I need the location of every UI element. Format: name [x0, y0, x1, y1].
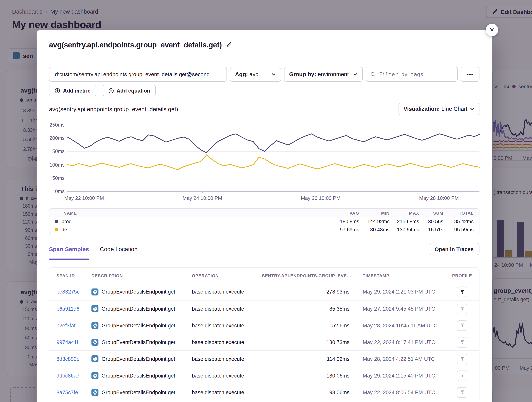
chevron-down-icon	[470, 106, 475, 111]
profile-button[interactable]	[457, 354, 467, 364]
agg-label: Agg:	[235, 71, 248, 77]
chevron-down-icon	[271, 72, 276, 77]
visualization-select[interactable]: Visualization: Line Chart	[399, 103, 480, 115]
y-tick-label: 0ms	[49, 188, 65, 194]
profile-button[interactable]	[457, 337, 467, 347]
tag-filter-field	[366, 67, 458, 82]
metric-input[interactable]	[49, 67, 227, 82]
aggregation-select[interactable]: Agg: avg	[230, 67, 281, 82]
stat-value: 185.42ms	[443, 218, 474, 224]
query-builder-row: Agg: avg Group by: environment	[49, 67, 480, 82]
span-id-link[interactable]: 8a75c7fe	[57, 389, 78, 395]
duration-cell: 130.73ms	[262, 339, 349, 345]
visualization-value: Line Chart	[441, 106, 467, 112]
edit-title-button[interactable]	[226, 42, 232, 48]
span-id-link[interactable]: b6a911d6	[57, 306, 79, 312]
table-row: 9974a41fGroupEventDetailsEndpoint.getbas…	[50, 334, 479, 350]
duration-cell: 85.35ms	[262, 306, 349, 312]
close-modal-button[interactable]: ✕	[486, 24, 498, 36]
summary-row[interactable]: prod180.8ms144.92ms215.68ms30.56s185.42m…	[50, 217, 479, 225]
description-text: GroupEventDetailsEndpoint.get	[101, 339, 175, 345]
span-id-link[interactable]: b2ef3faf	[57, 322, 76, 328]
group-by-select[interactable]: Group by: environment	[284, 67, 363, 82]
profile-cell	[451, 286, 472, 297]
span-id-link[interactable]: 9974a41f	[57, 339, 78, 345]
description-text: GroupEventDetailsEndpoint.get	[101, 356, 175, 362]
group-by-label: Group by:	[289, 71, 316, 77]
span-id-link[interactable]: 8d3c892e	[57, 356, 80, 362]
x-tick-label: May 28 10:00 PM	[419, 195, 459, 201]
operation-cell: base.dispatch.execute	[192, 289, 262, 295]
y-tick-label: 200ms	[49, 135, 65, 141]
python-icon	[91, 288, 98, 295]
chart-line	[67, 155, 480, 170]
description-cell: GroupEventDetailsEndpoint.get	[91, 389, 192, 396]
span-samples-table: SPAN ID DESCRIPTION OPERATION SENTRY.API…	[49, 267, 480, 401]
samples-rows: be83275cGroupEventDetailsEndpoint.getbas…	[50, 284, 479, 401]
description-cell: GroupEventDetailsEndpoint.get	[91, 355, 192, 362]
profile-button[interactable]	[457, 286, 467, 297]
span-id-link[interactable]: 9dbc86a7	[57, 373, 80, 378]
table-row: b2ef3fafGroupEventDetailsEndpoint.getbas…	[50, 317, 479, 334]
profile-button[interactable]	[457, 387, 467, 397]
profile-cell	[451, 370, 472, 381]
span-id-cell: b2ef3faf	[57, 322, 91, 328]
timestamp-cell: May 28, 2024 10:45:11 AM UTC	[349, 322, 451, 328]
timestamp-cell: May 29, 2024 2:15:40 PM UTC	[349, 373, 451, 378]
stat-value: 97.69ms	[320, 227, 359, 233]
modal-title: avg(sentry.api.endpoints.group_event_det…	[49, 41, 222, 49]
tab-code-location[interactable]: Code Location	[100, 246, 138, 259]
add-equation-button[interactable]: Add equation	[102, 85, 156, 96]
add-equation-label: Add equation	[117, 88, 150, 93]
agg-value: avg	[249, 71, 259, 77]
pencil-icon	[226, 42, 232, 48]
profile-button[interactable]	[457, 320, 467, 331]
x-tick-label: May 24 10:00 PM	[183, 195, 222, 201]
description-cell: GroupEventDetailsEndpoint.get	[91, 372, 192, 379]
legend-dot	[55, 220, 58, 223]
operation-cell: base.dispatch.execute	[192, 389, 262, 395]
series-label: prod	[62, 218, 72, 224]
span-id-cell: be83275c	[57, 289, 91, 295]
x-tick-label: May 26 10:00 PM	[301, 195, 341, 201]
tab-span-samples[interactable]: Span Samples	[49, 246, 89, 259]
x-tick-label: May 22 10:00 PM	[64, 195, 104, 201]
description-cell: GroupEventDetailsEndpoint.get	[91, 288, 192, 295]
duration-cell: 278.93ms	[262, 289, 349, 295]
timestamp-cell: May 29, 2024 2:21:03 PM UTC	[349, 289, 451, 295]
chart-line	[67, 134, 480, 153]
add-metric-button[interactable]: Add metric	[49, 85, 96, 96]
description-text: GroupEventDetailsEndpoint.get	[101, 322, 175, 328]
span-id-cell: 8a75c7fe	[57, 389, 91, 395]
y-tick-label: 250ms	[49, 122, 65, 128]
metric-details-modal: avg(sentry.api.endpoints.group_event_det…	[37, 30, 492, 402]
add-buttons-row: Add metric Add equation	[49, 85, 480, 96]
close-icon: ✕	[489, 26, 494, 33]
duration-cell: 152.6ms	[262, 322, 349, 328]
timestamp-cell: May 27, 2024 9:45:45 PM UTC	[349, 306, 451, 312]
plus-circle-icon	[55, 88, 60, 93]
plus-circle-icon	[108, 88, 114, 93]
tag-filter-input[interactable]	[379, 71, 453, 77]
operation-cell: base.dispatch.execute	[192, 373, 262, 378]
stat-value: 215.68ms	[390, 218, 419, 224]
span-id-link[interactable]: be83275c	[57, 289, 80, 295]
screen: Dashboards › My new dashboard My new das…	[0, 0, 532, 402]
open-in-traces-button[interactable]: Open in Traces	[429, 243, 480, 255]
description-text: GroupEventDetailsEndpoint.get	[101, 306, 175, 312]
group-by-value: environment	[318, 71, 349, 77]
more-options-button[interactable]: •••	[461, 67, 480, 82]
x-axis-tick	[84, 192, 84, 193]
description-text: GroupEventDetailsEndpoint.get	[101, 373, 175, 378]
duration-cell: 130.06ms	[262, 373, 349, 378]
python-icon	[91, 305, 98, 312]
summary-row[interactable]: de97.69ms80.43ms137.54ms16.51s95.59ms	[50, 225, 479, 234]
stat-value: 16.51s	[419, 227, 443, 233]
main-line-chart[interactable]: 250ms200ms150ms100ms50ms0msMay 22 10:00 …	[49, 121, 480, 202]
profile-button[interactable]	[457, 370, 467, 381]
profile-cell	[451, 303, 472, 314]
timestamp-cell: May 28, 2024 4:22:51 AM UTC	[349, 356, 451, 362]
profile-button[interactable]	[457, 303, 467, 314]
x-axis-tick	[202, 192, 203, 193]
timestamp-cell: May 22, 2024 8:06:54 PM UTC	[349, 389, 451, 395]
